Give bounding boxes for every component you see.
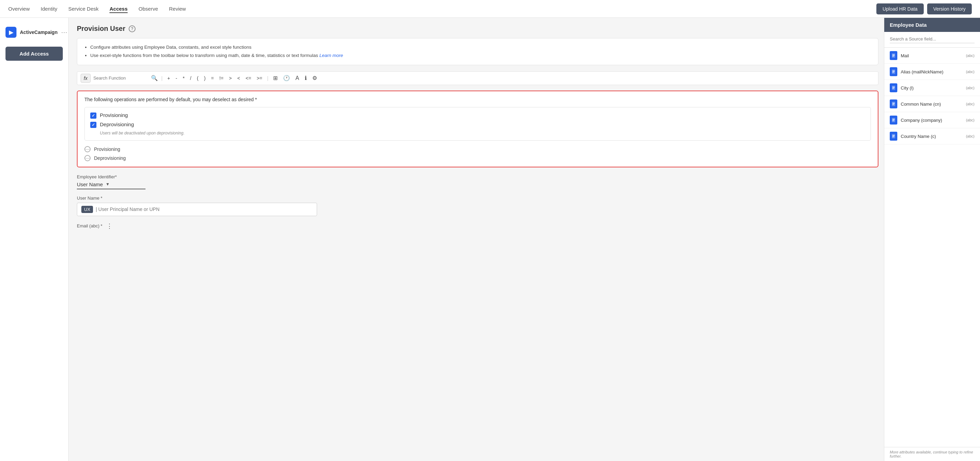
field-icon (890, 67, 897, 76)
toolbar-op-minus[interactable]: - (174, 75, 179, 82)
field-name: Country Name (c) (901, 134, 963, 139)
circle-deprovisioning-label: Deprovisioning (94, 156, 126, 161)
employee-panel: Employee Data Mail (abc) (884, 18, 980, 461)
search-function-input[interactable] (93, 75, 148, 81)
settings-icon[interactable]: ⚙ (311, 74, 318, 82)
svg-rect-15 (892, 105, 894, 105)
field-type: (abc) (966, 86, 975, 90)
toolbar-sep-2: | (267, 75, 268, 81)
provisioning-checkbox[interactable] (90, 113, 96, 119)
nav-buttons: Upload HR Data Version History (877, 3, 972, 14)
main-layout: ▶ ActiveCampaign ⋯ Add Access Provision … (0, 18, 980, 461)
learn-more-link[interactable]: Learn more (320, 53, 343, 58)
toolbar-op-multiply[interactable]: * (181, 75, 186, 82)
nav-access[interactable]: Access (110, 5, 128, 13)
provision-header: Provision User ? (77, 25, 878, 33)
fx-box: fx (81, 74, 91, 83)
circle-deprovisioning-row: — Deprovisioning (84, 155, 871, 161)
deprovisioning-checkbox[interactable] (90, 122, 96, 128)
info-list: Configure attributes using Employee Data… (83, 43, 872, 60)
field-icon (890, 132, 897, 141)
field-type: (abc) (966, 54, 975, 58)
provision-title: Provision User (77, 25, 125, 33)
field-icon (890, 83, 897, 92)
field-name: Mail (901, 53, 963, 58)
svg-rect-5 (892, 71, 894, 71)
employee-field-item[interactable]: Alias (mailNickName) (abc) (884, 64, 980, 80)
field-name: Common Name (cn) (901, 102, 963, 107)
toolbar-op-lt[interactable]: < (236, 75, 242, 82)
toolbar-op-notequals[interactable]: != (218, 75, 225, 82)
user-name-label: User Name * (77, 196, 878, 201)
svg-rect-9 (892, 87, 894, 87)
nav-service-desk[interactable]: Service Desk (68, 5, 99, 13)
add-access-button[interactable]: Add Access (5, 47, 63, 61)
upn-tag: UX (81, 206, 93, 213)
employee-field-item[interactable]: Common Name (cn) (abc) (884, 96, 980, 112)
svg-rect-17 (892, 119, 894, 119)
operations-instruction: The following operations are performed b… (84, 97, 871, 102)
circle-ops: — Provisioning — Deprovisioning (84, 146, 871, 161)
employee-identifier-value: User Name (77, 181, 103, 187)
app-row[interactable]: ▶ ActiveCampaign ⋯ (0, 23, 68, 41)
toolbar-op-plus[interactable]: + (166, 75, 172, 82)
toolbar-op-lte[interactable]: <= (244, 75, 253, 82)
deprovisioning-checkbox-row: Deprovisioning (90, 121, 865, 128)
font-icon[interactable]: A (294, 75, 301, 82)
toolbar-op-gt[interactable]: > (228, 75, 233, 82)
employee-field-list: Mail (abc) Alias (mailNickName) (abc) (884, 48, 980, 447)
field-name: City (l) (901, 86, 963, 91)
circle-provisioning-icon: — (84, 146, 91, 152)
search-icon[interactable]: 🔍 (151, 75, 158, 81)
field-name: Alias (mailNickName) (901, 69, 963, 75)
employee-field-item[interactable]: Country Name (c) (abc) (884, 128, 980, 145)
employee-identifier-select[interactable]: User Name ▼ (77, 181, 145, 189)
app-icon: ▶ (5, 27, 16, 38)
employee-field-item[interactable]: Mail (abc) (884, 48, 980, 64)
circle-deprovisioning-icon: — (84, 155, 91, 161)
info-line-2: Use excel-style functions from the toolb… (90, 51, 872, 60)
svg-rect-21 (892, 135, 894, 135)
field-name: Company (company) (901, 118, 963, 123)
svg-rect-2 (892, 55, 894, 56)
chevron-down-icon: ▼ (106, 182, 110, 187)
field-icon (890, 116, 897, 124)
nav-identity[interactable]: Identity (41, 5, 57, 13)
toolbar-op-divide[interactable]: / (189, 75, 193, 82)
clock-icon[interactable]: 🕐 (282, 74, 291, 82)
nav-items: Overview Identity Service Desk Access Ob… (8, 5, 186, 13)
field-type: (abc) (966, 118, 975, 122)
employee-identifier-label: Employee Identifier* (77, 174, 878, 180)
field-icon (890, 51, 897, 60)
nav-observe[interactable]: Observe (138, 5, 158, 13)
username-input[interactable] (96, 207, 313, 212)
nav-review[interactable]: Review (169, 5, 186, 13)
employee-field-item[interactable]: City (l) (abc) (884, 80, 980, 96)
field-type: (abc) (966, 70, 975, 74)
svg-rect-10 (892, 87, 894, 88)
top-nav: Overview Identity Service Desk Access Ob… (0, 0, 980, 18)
app-menu-icon[interactable]: ⋯ (61, 29, 67, 36)
toolbar-op-gte[interactable]: >= (255, 75, 264, 82)
email-section: Email (abc) * ⋮ (77, 222, 878, 230)
formula-toolbar: fx 🔍 | + - * / ( ) = != > < <= >= | ⊞ 🕐 … (77, 72, 878, 85)
main-content: Provision User ? Configure attributes us… (68, 18, 980, 461)
employee-field-item[interactable]: Company (company) (abc) (884, 112, 980, 128)
table-icon[interactable]: ⊞ (272, 74, 279, 82)
email-dots[interactable]: ⋮ (107, 222, 113, 230)
employee-panel-footer: More attributes available, continue typi… (884, 447, 980, 461)
upload-hr-data-button[interactable]: Upload HR Data (877, 3, 924, 14)
source-field-search-input[interactable] (890, 37, 975, 43)
circle-provisioning-label: Provisioning (94, 146, 120, 152)
toolbar-op-equals[interactable]: = (210, 75, 215, 82)
toolbar-op-lparen[interactable]: ( (196, 75, 200, 82)
help-icon[interactable]: ? (129, 25, 135, 32)
version-history-button[interactable]: Version History (927, 3, 972, 14)
circle-provisioning-row: — Provisioning (84, 146, 871, 152)
user-name-section: User Name * UX (77, 196, 878, 216)
employee-panel-search (884, 32, 980, 48)
nav-overview[interactable]: Overview (8, 5, 30, 13)
toolbar-op-rparen[interactable]: ) (202, 75, 207, 82)
employee-panel-header: Employee Data (884, 18, 980, 32)
info-icon[interactable]: ℹ (303, 74, 308, 82)
